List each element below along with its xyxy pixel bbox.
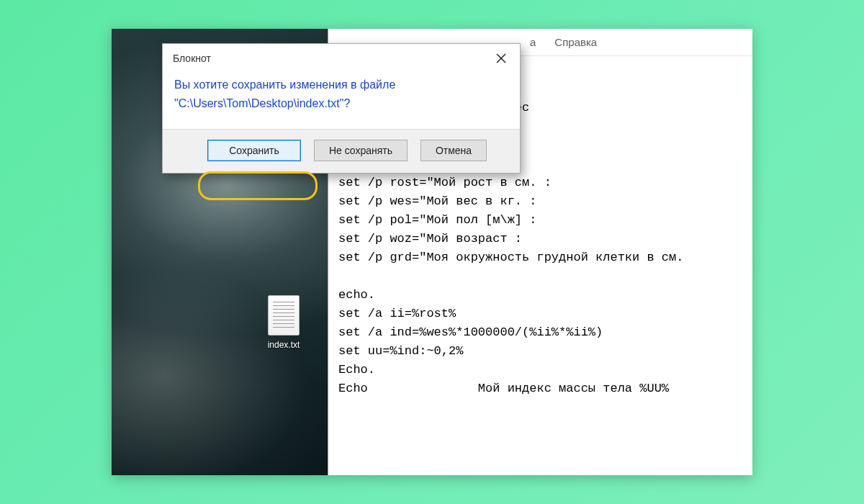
screenshot-frame: index.txt а Справка expansion ассы тела …: [112, 29, 752, 475]
desktop-file-label: index.txt: [256, 340, 312, 350]
desktop-file-icon[interactable]: index.txt: [256, 295, 312, 350]
dialog-title-text: Блокнот: [173, 53, 211, 64]
dialog-message-line2: "C:\Users\Tom\Desktop\index.txt"?: [174, 94, 508, 113]
menu-item-help[interactable]: Справка: [554, 36, 597, 48]
text-file-icon: [268, 295, 300, 336]
dont-save-button[interactable]: Не сохранять: [314, 140, 408, 161]
dialog-message: Вы хотите сохранить изменения в файле "C…: [163, 73, 520, 129]
dialog-button-row: Сохранить Не сохранять Отмена: [163, 129, 520, 173]
save-dialog: Блокнот Вы хотите сохранить изменения в …: [162, 43, 521, 174]
menu-item-partial[interactable]: а: [530, 36, 536, 48]
cancel-button[interactable]: Отмена: [420, 140, 487, 161]
dialog-titlebar: Блокнот: [163, 44, 520, 73]
close-icon[interactable]: [487, 46, 516, 71]
dialog-message-line1: Вы хотите сохранить изменения в файле: [174, 76, 508, 94]
save-button[interactable]: Сохранить: [207, 140, 301, 161]
